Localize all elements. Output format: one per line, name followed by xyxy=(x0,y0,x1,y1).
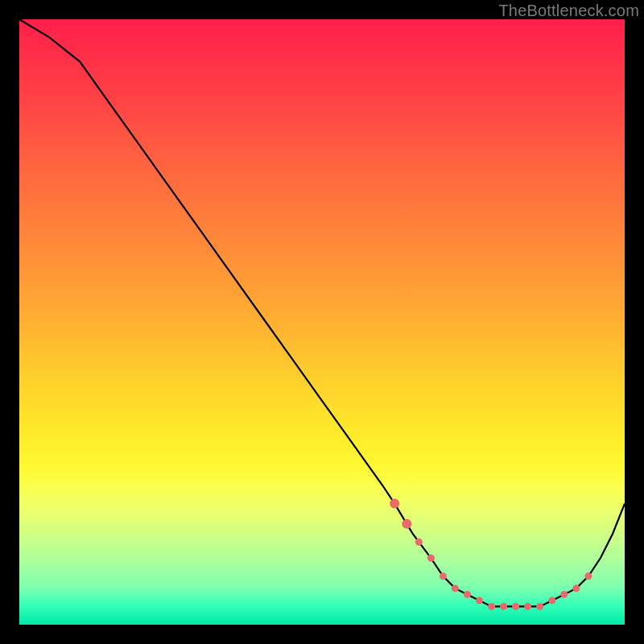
watermark-text: TheBottleneck.com xyxy=(498,2,639,20)
chart-frame: TheBottleneck.com xyxy=(0,0,644,644)
dot xyxy=(402,519,411,529)
dot xyxy=(488,603,495,610)
dot xyxy=(560,591,568,598)
dot xyxy=(572,584,580,592)
dot xyxy=(464,591,471,598)
dot xyxy=(548,597,555,604)
dot xyxy=(452,584,459,592)
curve-line xyxy=(19,19,625,606)
dot xyxy=(536,603,543,610)
dot xyxy=(390,499,399,509)
dot xyxy=(512,603,519,610)
plot-area xyxy=(19,19,625,625)
dot xyxy=(584,572,592,580)
dot xyxy=(476,597,483,604)
dot xyxy=(500,603,507,610)
dot xyxy=(415,539,423,546)
curve-dots xyxy=(390,499,592,610)
dot xyxy=(440,572,447,580)
dot xyxy=(524,603,531,610)
bottleneck-curve xyxy=(19,19,625,625)
dot xyxy=(427,555,435,562)
